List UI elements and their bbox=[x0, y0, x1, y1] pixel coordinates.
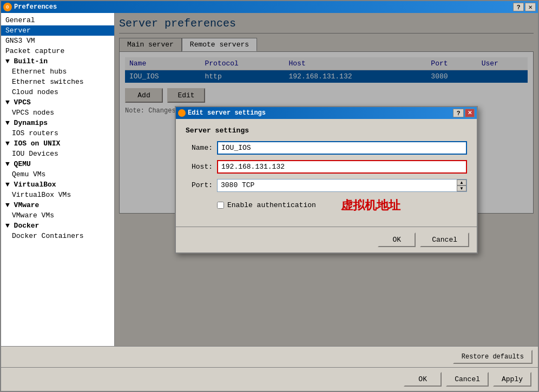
name-row: Name: bbox=[186, 141, 467, 155]
modal-cancel-button[interactable]: Cancel bbox=[420, 232, 469, 247]
port-label: Port: bbox=[186, 181, 213, 189]
sidebar-item-dynamips[interactable]: ▼ Dynamips bbox=[1, 118, 114, 128]
modal-title: Edit server settings bbox=[188, 109, 266, 117]
restore-bar: Restore defaults bbox=[1, 346, 538, 367]
modal-close-button[interactable]: ✕ bbox=[465, 109, 475, 117]
auth-checkbox[interactable] bbox=[217, 202, 224, 209]
modal-app-icon bbox=[178, 109, 186, 117]
modal-footer: OK Cancel bbox=[176, 227, 477, 253]
spinner-down[interactable]: ▼ bbox=[457, 185, 466, 191]
modal-title-bar: Edit server settings ? ✕ bbox=[176, 107, 477, 119]
watermark-text: 虚拟机地址 bbox=[341, 197, 400, 214]
help-button[interactable]: ? bbox=[513, 3, 524, 11]
sidebar-item-ethernet-hubs[interactable]: Ethernet hubs bbox=[1, 67, 114, 77]
preferences-window: ⚙ Preferences ? ✕ General Server GNS3 VM… bbox=[0, 0, 539, 392]
sidebar-item-virtualbox[interactable]: ▼ VirtualBox bbox=[1, 180, 114, 190]
sidebar-item-general[interactable]: General bbox=[1, 15, 114, 25]
restore-defaults-button[interactable]: Restore defaults bbox=[453, 350, 533, 364]
sidebar-item-vmware-vms[interactable]: VMware VMs bbox=[1, 210, 114, 221]
ok-button[interactable]: OK bbox=[404, 372, 442, 387]
app-icon: ⚙ bbox=[3, 3, 12, 11]
port-spinner[interactable]: ▲ ▼ bbox=[217, 179, 467, 192]
modal-overlay: Edit server settings ? ✕ Server settings… bbox=[115, 13, 538, 346]
sidebar-item-vpcs-nodes[interactable]: VPCS nodes bbox=[1, 108, 114, 118]
right-panel: Server preferences Main server Remote se… bbox=[115, 13, 538, 346]
modal-section-title: Server settings bbox=[186, 127, 467, 135]
name-label: Name: bbox=[186, 144, 213, 152]
bottom-bar: OK Cancel Apply bbox=[1, 367, 538, 391]
modal-title-left: Edit server settings bbox=[178, 109, 266, 117]
sidebar-item-ios-on-unix[interactable]: ▼ IOS on UNIX bbox=[1, 138, 114, 149]
sidebar-item-server[interactable]: Server bbox=[1, 25, 114, 36]
title-bar-left: ⚙ Preferences bbox=[3, 3, 57, 11]
sidebar-item-qemu-vms[interactable]: Qemu VMs bbox=[1, 169, 114, 180]
port-row: Port: ▲ ▼ bbox=[186, 179, 467, 192]
sidebar-item-vpcs[interactable]: ▼ VPCS bbox=[1, 97, 114, 108]
edit-server-modal: Edit server settings ? ✕ Server settings… bbox=[175, 106, 478, 254]
modal-title-buttons: ? ✕ bbox=[453, 109, 475, 117]
sidebar-item-docker-containers[interactable]: Docker Containers bbox=[1, 231, 114, 241]
modal-ok-button[interactable]: OK bbox=[378, 232, 416, 247]
title-bar-buttons: ? ✕ bbox=[513, 3, 536, 11]
cancel-button[interactable]: Cancel bbox=[446, 372, 489, 387]
sidebar-item-ethernet-switches[interactable]: Ethernet switches bbox=[1, 77, 114, 87]
spinner-up[interactable]: ▲ bbox=[457, 180, 466, 185]
sidebar-item-docker[interactable]: ▼ Docker bbox=[1, 221, 114, 231]
sidebar-item-packet-capture[interactable]: Packet capture bbox=[1, 46, 114, 56]
sidebar-item-qemu[interactable]: ▼ QEMU bbox=[1, 159, 114, 169]
close-button[interactable]: ✕ bbox=[525, 3, 536, 11]
sidebar-item-virtualbox-vms[interactable]: VirtualBox VMs bbox=[1, 190, 114, 200]
sidebar-item-cloud-nodes[interactable]: Cloud nodes bbox=[1, 87, 114, 97]
modal-help-button[interactable]: ? bbox=[453, 109, 464, 117]
sidebar-item-vmware[interactable]: ▼ VMware bbox=[1, 200, 114, 210]
name-input[interactable] bbox=[217, 141, 467, 155]
spinner-buttons: ▲ ▼ bbox=[457, 180, 466, 191]
host-input[interactable] bbox=[217, 160, 467, 174]
main-content: General Server GNS3 VM Packet capture ▼ … bbox=[1, 13, 538, 346]
sidebar-item-ios-routers[interactable]: IOS routers bbox=[1, 128, 114, 138]
sidebar: General Server GNS3 VM Packet capture ▼ … bbox=[1, 13, 115, 346]
host-row: Host: bbox=[186, 160, 467, 174]
sidebar-item-iou-devices[interactable]: IOU Devices bbox=[1, 149, 114, 159]
title-bar: ⚙ Preferences ? ✕ bbox=[1, 1, 538, 13]
sidebar-item-built-in[interactable]: ▼ Built-in bbox=[1, 56, 114, 67]
modal-body: Server settings Name: Host: Port: bbox=[176, 119, 477, 227]
host-label: Host: bbox=[186, 163, 213, 171]
apply-button[interactable]: Apply bbox=[493, 372, 531, 387]
auth-row: Enable authentication 虚拟机地址 bbox=[217, 197, 467, 214]
port-input[interactable] bbox=[218, 180, 457, 191]
auth-label: Enable authentication bbox=[227, 201, 316, 209]
window-title: Preferences bbox=[14, 3, 57, 11]
sidebar-item-gns3vm[interactable]: GNS3 VM bbox=[1, 36, 114, 46]
